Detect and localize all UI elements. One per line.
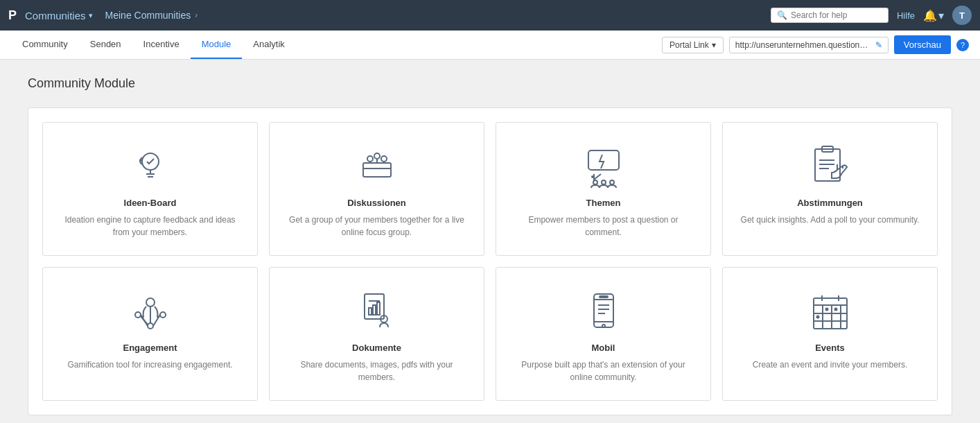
module-name-themen: Themen — [586, 198, 621, 208]
chevron-down-icon: ▾ — [89, 11, 93, 20]
module-name-ideen-board: Ideen-Board — [124, 198, 177, 208]
svg-point-28 — [135, 312, 141, 318]
nav-item-incentive[interactable]: Incentive — [132, 31, 191, 59]
module-card-ideen-board[interactable]: Ideen-Board Ideation engine to capture f… — [42, 122, 258, 256]
module-card-diskussionen[interactable]: Diskussionen Get a group of your members… — [269, 122, 484, 256]
module-card-dokumente[interactable]: Dokumente Share documents, images, pdfs … — [269, 267, 484, 401]
module-desc-abstimmungen: Get quick insights. Add a poll to your c… — [741, 214, 920, 226]
search-icon: 🔍 — [777, 10, 787, 20]
module-card-mobil[interactable]: Mobil Purpose built app that's an extens… — [496, 267, 711, 401]
help-circle-icon[interactable]: ? — [956, 39, 969, 51]
nav-item-senden[interactable]: Senden — [79, 31, 132, 59]
mobil-icon — [581, 288, 626, 333]
nav-item-community[interactable]: Community — [11, 31, 79, 59]
nav-item-analytik[interactable]: Analytik — [242, 31, 296, 59]
svg-rect-39 — [369, 308, 371, 315]
module-desc-mobil: Purpose built app that's an extension of… — [510, 359, 697, 383]
main-content: Community Module — [0, 60, 980, 423]
svg-point-8 — [374, 153, 380, 159]
svg-point-9 — [381, 156, 387, 162]
module-row-1: Ideen-Board Ideation engine to capture f… — [42, 122, 938, 256]
module-desc-ideen-board: Ideation engine to capture feedback and … — [57, 214, 243, 239]
module-desc-dokumente: Share documents, images, pdfs with your … — [283, 359, 470, 383]
bell-icon: 🔔 — [923, 9, 937, 22]
svg-point-4 — [140, 159, 141, 161]
svg-point-16 — [602, 180, 606, 184]
svg-rect-41 — [377, 302, 380, 315]
breadcrumb-arrow: › — [195, 10, 198, 20]
svg-rect-40 — [373, 305, 376, 315]
svg-rect-13 — [588, 150, 619, 170]
portal-url-text: http://unserunternehmen.questionpro.e — [735, 40, 873, 50]
svg-rect-48 — [600, 296, 608, 297]
nav-item-module[interactable]: Module — [191, 31, 243, 59]
module-row-2: Engagement Gamification tool for increas… — [42, 267, 938, 401]
portal-url-box: http://unserunternehmen.questionpro.e ✎ — [729, 37, 889, 53]
page-title: Community Module — [28, 76, 952, 91]
sub-nav-right: Portal Link ▾ http://unserunternehmen.qu… — [662, 35, 969, 54]
svg-line-35 — [153, 315, 160, 326]
module-desc-themen: Empower members to post a question or co… — [510, 214, 697, 239]
search-input[interactable] — [791, 10, 882, 20]
module-desc-engagement: Gamification tool for increasing engagem… — [67, 359, 232, 371]
module-name-abstimmungen: Abstimmungen — [797, 198, 863, 208]
module-grid: Ideen-Board Ideation engine to capture f… — [28, 107, 952, 415]
svg-point-26 — [146, 298, 155, 307]
top-bar: P Communities ▾ Meine Communities › 🔍 Hi… — [0, 0, 980, 31]
bell-chevron-icon: ▾ — [938, 9, 944, 22]
module-name-engagement: Engagement — [123, 343, 177, 353]
module-name-mobil: Mobil — [592, 343, 615, 353]
svg-point-62 — [834, 309, 837, 311]
engagement-icon — [128, 288, 173, 333]
module-desc-diskussionen: Get a group of your members together for… — [283, 214, 470, 239]
sub-nav: Community Senden Incentive Module Analyt… — [0, 31, 980, 60]
top-bar-left: P Communities ▾ Meine Communities › — [8, 8, 198, 23]
abstimmungen-icon — [808, 144, 852, 188]
dokumente-icon — [355, 288, 399, 333]
module-name-diskussionen: Diskussionen — [347, 198, 406, 208]
breadcrumb: Meine Communities › — [105, 10, 198, 21]
edit-icon[interactable]: ✎ — [875, 40, 882, 50]
search-box[interactable]: 🔍 — [771, 8, 889, 23]
svg-point-15 — [593, 180, 597, 184]
portal-link-label: Portal Link — [670, 40, 709, 50]
module-name-dokumente: Dokumente — [352, 343, 401, 353]
themen-icon — [581, 144, 626, 188]
svg-line-36 — [141, 316, 148, 325]
top-bar-right: 🔍 Hilfe 🔔 ▾ T — [771, 6, 972, 25]
module-card-themen[interactable]: Themen Empower members to post a questio… — [496, 122, 711, 256]
portal-link-button[interactable]: Portal Link ▾ — [662, 37, 724, 53]
module-desc-events: Create an event and invite your members. — [753, 359, 907, 371]
diskussionen-icon — [355, 144, 399, 188]
svg-point-29 — [160, 312, 166, 318]
notification-bell[interactable]: 🔔 ▾ — [923, 9, 944, 22]
svg-point-14 — [592, 176, 593, 178]
avatar[interactable]: T — [952, 6, 972, 25]
module-card-engagement[interactable]: Engagement Gamification tool for increas… — [42, 267, 258, 401]
app-name-label: Communities — [25, 10, 86, 21]
app-name-dropdown[interactable]: Communities ▾ — [25, 10, 93, 21]
svg-rect-5 — [363, 163, 391, 177]
svg-point-17 — [610, 180, 614, 184]
events-icon — [808, 288, 852, 333]
svg-point-61 — [825, 309, 828, 311]
portal-link-chevron-icon: ▾ — [712, 40, 716, 50]
preview-button[interactable]: Vorschau — [894, 35, 951, 54]
module-card-abstimmungen[interactable]: Abstimmungen Get quick insights. Add a p… — [722, 122, 938, 256]
svg-point-30 — [148, 323, 153, 329]
ideen-board-icon — [128, 144, 173, 188]
sub-nav-items: Community Senden Incentive Module Analyt… — [11, 31, 296, 59]
svg-point-7 — [367, 156, 373, 162]
svg-point-63 — [816, 316, 819, 318]
svg-point-47 — [602, 325, 605, 327]
module-card-events[interactable]: Events Create an event and invite your m… — [722, 267, 938, 401]
module-name-events: Events — [815, 343, 845, 353]
app-logo: P — [8, 8, 17, 23]
breadcrumb-label: Meine Communities — [105, 10, 191, 21]
help-label[interactable]: Hilfe — [897, 10, 915, 21]
